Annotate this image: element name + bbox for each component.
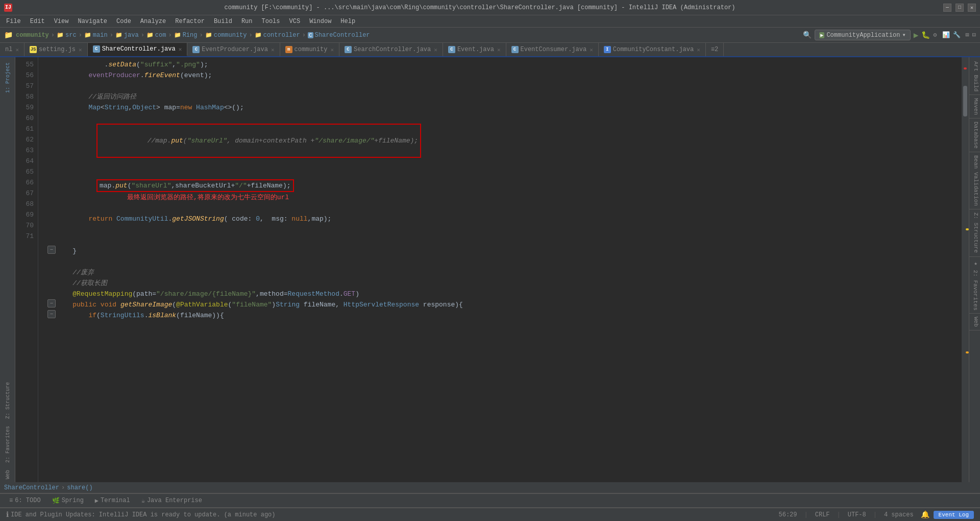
split-button[interactable]: ⊟ bbox=[972, 31, 976, 39]
coverage-button[interactable]: 📊 bbox=[942, 31, 950, 39]
tab-close-community[interactable]: ✕ bbox=[330, 46, 334, 53]
run-config-selector[interactable]: ▶ CommunityApplication ▾ bbox=[815, 30, 910, 40]
nav-controller[interactable]: 📁 controller bbox=[255, 32, 300, 39]
tab-setting-js[interactable]: JS setting.js ✕ bbox=[24, 43, 88, 56]
sidebar-structure[interactable]: Z: Structure bbox=[2, 379, 13, 422]
menu-tools[interactable]: Tools bbox=[258, 17, 284, 26]
fold-marker-65[interactable]: − bbox=[47, 246, 56, 254]
code-line-59: Map<String,Object> map=new HashMap<>(); bbox=[46, 102, 962, 113]
tab-close-communityconstant[interactable]: ✕ bbox=[697, 46, 700, 53]
sidebar-favorites[interactable]: 2: Favorites bbox=[2, 423, 13, 466]
menu-build[interactable]: Build bbox=[210, 17, 236, 26]
profiler-button[interactable]: 🔧 bbox=[953, 31, 961, 39]
tab-close-setting[interactable]: ✕ bbox=[79, 46, 82, 53]
fold-marker-71[interactable]: − bbox=[47, 310, 56, 318]
nav-src[interactable]: 📁 src bbox=[57, 32, 77, 39]
tab-communityconstant[interactable]: I CommunityConstant.java ✕ bbox=[599, 43, 706, 56]
window-controls[interactable]: — □ ✕ bbox=[943, 4, 976, 12]
tab-icon-java-c: C bbox=[93, 45, 100, 53]
menu-help[interactable]: Help bbox=[336, 17, 359, 26]
left-sidebar: 1: Project Z: Structure 2: Favorites Web bbox=[0, 57, 15, 482]
menu-vcs[interactable]: VCS bbox=[285, 17, 305, 26]
tab-event[interactable]: C Event.java ✕ bbox=[443, 43, 506, 56]
layout-button[interactable]: ⊞ bbox=[966, 31, 969, 39]
code-line-65: − } bbox=[46, 246, 962, 256]
z-structure-panel[interactable]: Z: Structure bbox=[969, 209, 980, 256]
spring-icon: 🌿 bbox=[52, 497, 60, 505]
tab-searchcontroller[interactable]: C SearchController.java ✕ bbox=[339, 43, 443, 56]
maven-panel[interactable]: Maven bbox=[969, 95, 980, 119]
tab-close-searchcontroller[interactable]: ✕ bbox=[434, 46, 437, 53]
tab-eventproducer[interactable]: C EventProducer.java ✕ bbox=[187, 43, 280, 56]
nav-ring[interactable]: 📁 Ring bbox=[174, 32, 198, 39]
code-content[interactable]: .setData("suffix",".png"); eventProducer… bbox=[38, 57, 962, 482]
tab-label: ≡2 bbox=[711, 46, 718, 53]
encoding-indicator[interactable]: UTF-8 bbox=[845, 511, 869, 518]
bc-share-method[interactable]: share() bbox=[67, 484, 92, 491]
tab-icon-java-c3: C bbox=[345, 46, 352, 53]
menu-file[interactable]: File bbox=[2, 17, 25, 26]
java-enterprise-icon: ☕ bbox=[141, 497, 145, 505]
menu-analyze[interactable]: Analyze bbox=[136, 17, 170, 26]
line-ending-indicator[interactable]: CRLF bbox=[812, 511, 833, 518]
menu-refactor[interactable]: Refactor bbox=[171, 17, 209, 26]
right-panel: Art Build Maven Database Bean Validation… bbox=[969, 57, 980, 482]
nav-java[interactable]: 📁 java bbox=[115, 32, 139, 39]
maximize-button[interactable]: □ bbox=[955, 4, 964, 12]
code-line-61: map.put("shareUrl",shareBucketUrl+"/"+fi… bbox=[46, 169, 962, 214]
tab-close-eventproducer[interactable]: ✕ bbox=[271, 46, 275, 53]
tab-java-enterprise[interactable]: ☕ Java Enterprise bbox=[136, 495, 207, 506]
bc-sharecontroller[interactable]: ShareController bbox=[4, 484, 59, 491]
nav-bar: 📁 community › 📁 src › 📁 main › 📁 java › … bbox=[0, 28, 980, 43]
tab-close-event[interactable]: ✕ bbox=[497, 46, 501, 53]
tab-spring[interactable]: 🌿 Spring bbox=[47, 495, 89, 506]
more-run-button[interactable]: ⚙ bbox=[933, 31, 937, 39]
menu-code[interactable]: Code bbox=[112, 17, 135, 26]
code-line-58: //返回访问路径 bbox=[46, 91, 962, 102]
status-message-icon: ℹ bbox=[6, 510, 9, 519]
database-panel[interactable]: Database bbox=[969, 119, 980, 152]
nav-community2[interactable]: 📁 community bbox=[205, 32, 247, 39]
debug-button[interactable]: 🐛 bbox=[921, 31, 930, 39]
sidebar-web[interactable]: Web bbox=[2, 467, 13, 482]
close-button[interactable]: ✕ bbox=[968, 4, 976, 12]
menu-view[interactable]: View bbox=[50, 17, 73, 26]
sidebar-toggle-project[interactable]: 1: Project bbox=[2, 59, 13, 96]
tab-terminal-label: Terminal bbox=[101, 497, 130, 504]
vscrollbar[interactable] bbox=[962, 57, 969, 482]
run-button[interactable]: ▶ bbox=[914, 30, 919, 40]
tab-sharecontroller[interactable]: C ShareController.java ✕ bbox=[88, 43, 188, 56]
tab-eventconsumer[interactable]: C EventConsumer.java ✕ bbox=[506, 43, 599, 56]
web-panel[interactable]: Web bbox=[969, 314, 980, 330]
menu-navigate[interactable]: Navigate bbox=[74, 17, 111, 26]
art-build-panel[interactable]: Art Build bbox=[969, 58, 980, 95]
tab-close-sharecontroller[interactable]: ✕ bbox=[179, 46, 182, 53]
indent-indicator[interactable]: 4 spaces bbox=[881, 511, 917, 518]
notification-icon: 🔔 bbox=[921, 510, 929, 519]
menu-window[interactable]: Window bbox=[305, 17, 335, 26]
tab-nl[interactable]: nl ✕ bbox=[0, 43, 24, 56]
tab-terminal[interactable]: ▶ Terminal bbox=[90, 495, 135, 506]
tab-overflow[interactable]: ≡2 bbox=[706, 43, 724, 56]
minimize-button[interactable]: — bbox=[943, 4, 951, 12]
code-line-56: eventProducer.fireEvent(event); bbox=[46, 70, 962, 81]
tab-community-m[interactable]: m community ✕ bbox=[280, 43, 339, 56]
menu-run[interactable]: Run bbox=[237, 17, 257, 26]
tab-close-eventconsumer[interactable]: ✕ bbox=[590, 46, 593, 53]
nav-main[interactable]: 📁 main bbox=[84, 32, 108, 39]
code-line-64 bbox=[46, 235, 962, 246]
tab-todo[interactable]: ≡ 6: TODO bbox=[4, 495, 46, 506]
bean-validation-panel[interactable]: Bean Validation bbox=[969, 152, 980, 209]
fold-marker-70[interactable]: − bbox=[47, 299, 56, 307]
position-indicator[interactable]: 56:29 bbox=[776, 511, 800, 518]
favorites-panel[interactable]: ★ 2: Favorites bbox=[969, 257, 980, 314]
nav-sharecontroller[interactable]: C ShareController bbox=[308, 32, 370, 39]
search-icon[interactable]: 🔍 bbox=[803, 31, 812, 39]
tab-close-nl[interactable]: ✕ bbox=[15, 46, 19, 53]
event-log-button[interactable]: Event Log bbox=[934, 511, 974, 519]
nav-community[interactable]: community bbox=[16, 32, 49, 39]
menu-bar: File Edit View Navigate Code Analyze Ref… bbox=[0, 15, 980, 28]
menu-edit[interactable]: Edit bbox=[26, 17, 49, 26]
code-line-57 bbox=[46, 81, 962, 91]
nav-com[interactable]: 📁 com bbox=[146, 32, 166, 39]
